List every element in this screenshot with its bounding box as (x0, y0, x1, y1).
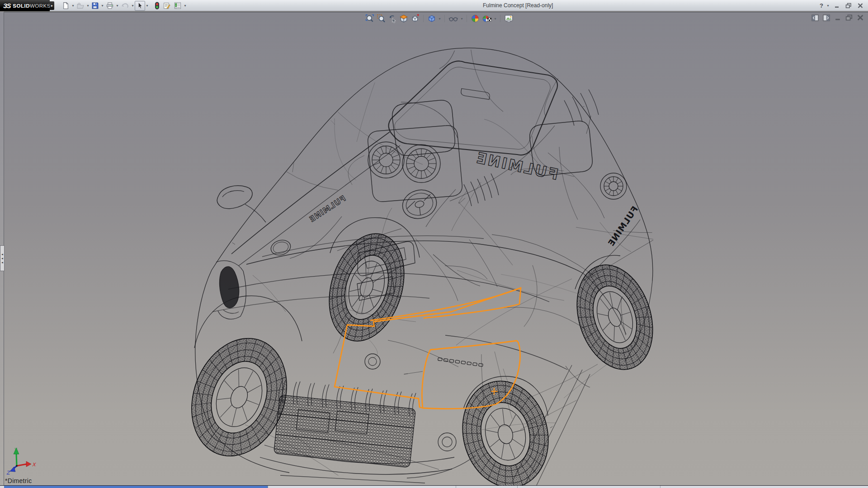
restore-icon (845, 3, 852, 9)
wheel (452, 372, 559, 486)
help-button[interactable]: ? (819, 2, 824, 9)
wheel (317, 225, 417, 351)
traffic-light-icon (154, 2, 160, 9)
new-dropdown-caret[interactable]: ▾ (71, 4, 75, 8)
minimize-button[interactable] (832, 2, 842, 10)
status-bar-separator (517, 486, 518, 488)
close-icon (857, 3, 863, 9)
new-document-icon (62, 2, 70, 9)
help-dropdown-caret[interactable]: ▾ (826, 4, 830, 8)
fulmine-badges: FULMINE FULMINE FULMINE (307, 149, 640, 248)
view-orientation-label: *Dimetric (5, 477, 32, 484)
logo-3s-glyph: ЗS (3, 2, 10, 9)
status-bar (0, 485, 868, 488)
select-cursor-icon (136, 2, 144, 9)
wheel (564, 255, 665, 379)
status-bar-separator (660, 486, 660, 488)
triad-x-label: X (32, 462, 37, 468)
open-dropdown-caret[interactable]: ▾ (86, 4, 90, 8)
undo-arrow-icon (121, 2, 129, 9)
options-button[interactable] (172, 1, 183, 11)
orientation-triad: X Y Z (6, 447, 37, 476)
save-dropdown-caret[interactable]: ▾ (100, 4, 104, 8)
save-floppy-icon (91, 2, 99, 9)
file-properties-button[interactable] (161, 1, 172, 11)
wireframe-car-model[interactable]: FULMINE FULMINE FULMINE X Y Z (0, 12, 868, 486)
minimize-icon (834, 3, 840, 9)
save-button[interactable] (90, 1, 100, 11)
open-document-button[interactable] (75, 1, 86, 11)
options-dropdown-caret[interactable]: ▾ (183, 4, 187, 8)
window-controls: ? ▾ (819, 1, 865, 10)
status-bar-message-field (4, 486, 268, 488)
solidworks-window: ЗSSOLIDWORKS ► ▾ ▾ ▾ ▾ ▾ ▾ (0, 0, 868, 488)
triad-z-label: Z (6, 470, 10, 476)
open-folder-icon (76, 2, 85, 9)
menu-expand-arrow[interactable]: ► (50, 1, 54, 10)
status-bar-separator (456, 486, 456, 488)
printer-icon (106, 2, 114, 9)
undo-button[interactable] (119, 1, 131, 11)
rebuild-button[interactable] (153, 1, 161, 11)
restore-button[interactable] (844, 2, 854, 10)
window-title: Fulmine Concept [Read-only] (483, 2, 553, 9)
print-dropdown-caret[interactable]: ▾ (115, 4, 119, 8)
solidworks-logo: ЗSSOLIDWORKS (0, 0, 50, 11)
standard-toolbar: ▾ ▾ ▾ ▾ ▾ ▾ ▾ (61, 0, 187, 11)
badge-rear: FULMINE (474, 149, 560, 183)
undo-dropdown-caret[interactable]: ▾ (131, 4, 135, 8)
badge-left-sill: FULMINE (307, 194, 347, 224)
print-button[interactable] (104, 1, 115, 11)
wireframe-construction-lines (164, 22, 705, 486)
title-bar: ЗSSOLIDWORKS ► ▾ ▾ ▾ ▾ ▾ ▾ (0, 0, 868, 11)
options-checklist-icon (174, 2, 182, 9)
file-properties-icon (163, 2, 171, 9)
select-tool-button[interactable] (135, 1, 145, 11)
new-document-button[interactable] (61, 1, 71, 11)
close-button[interactable] (855, 2, 865, 10)
select-dropdown-caret[interactable]: ▾ (145, 4, 149, 8)
